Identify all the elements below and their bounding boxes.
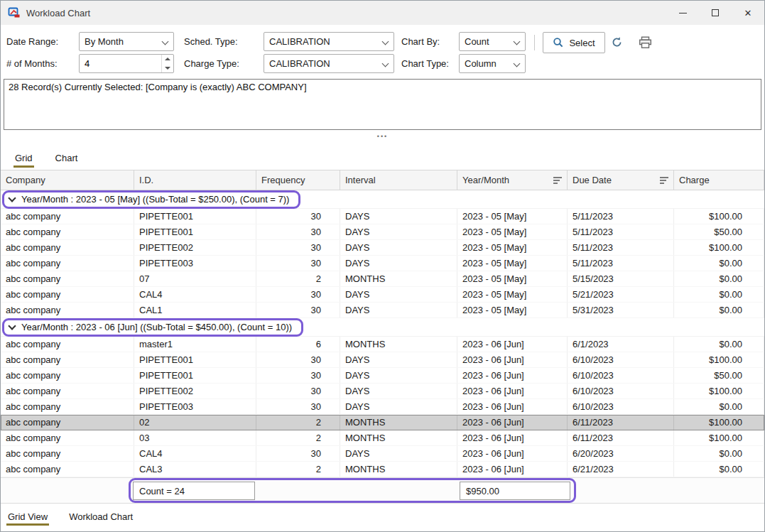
table-row[interactable]: abc companyPIPETTE00130DAYS2023 - 06 [Ju… xyxy=(1,368,764,384)
table-row[interactable]: abc companyPIPETTE00330DAYS2023 - 05 [Ma… xyxy=(1,256,764,271)
table-row[interactable]: abc companyCAL130DAYS2023 - 05 [May]5/31… xyxy=(1,303,764,318)
tab-grid[interactable]: Grid xyxy=(13,146,34,170)
table-cell: $0.00 xyxy=(674,287,764,302)
num-months-label: # of Months: xyxy=(6,54,58,73)
table-cell: 2023 - 06 [Jun] xyxy=(457,384,568,398)
table-cell: abc company xyxy=(1,430,134,445)
chart-type-label: Chart Type: xyxy=(401,54,449,73)
table-row[interactable]: abc companyPIPETTE00130DAYS2023 - 06 [Ju… xyxy=(1,352,764,368)
table-row[interactable]: abc companyCAL32MONTHS2023 - 06 [Jun]6/2… xyxy=(1,462,764,477)
table-cell: 2 xyxy=(256,415,340,430)
table-cell: 6/11/2023 xyxy=(568,430,674,445)
table-cell: 5/11/2023 xyxy=(568,256,674,271)
sched-type-dropdown[interactable]: CALIBRATION xyxy=(264,32,394,51)
num-months-input[interactable] xyxy=(80,55,161,72)
table-cell: CAL3 xyxy=(134,462,256,477)
table-cell: MONTHS xyxy=(340,415,457,430)
table-cell: 2023 - 05 [May] xyxy=(457,209,568,224)
column-header-company[interactable]: Company xyxy=(1,170,134,190)
app-icon xyxy=(8,6,21,19)
table-row[interactable]: abc companyPIPETTE00230DAYS2023 - 06 [Ju… xyxy=(1,384,764,399)
table-row[interactable]: abc companyPIPETTE00230DAYS2023 - 05 [Ma… xyxy=(1,240,764,256)
table-cell: PIPETTE001 xyxy=(134,352,256,367)
table-cell: 6/10/2023 xyxy=(568,368,674,383)
table-row[interactable]: abc companyPIPETTE00130DAYS2023 - 05 [Ma… xyxy=(1,224,764,240)
group-header-row[interactable]: Year/Month : 2023 - 06 [Jun] ((Sub-Total… xyxy=(1,318,764,337)
table-row[interactable]: abc companyCAL430DAYS2023 - 05 [May]5/21… xyxy=(1,287,764,303)
maximize-button[interactable] xyxy=(699,1,732,25)
table-cell: CAL4 xyxy=(134,446,256,461)
tab-workload-chart[interactable]: Workload Chart xyxy=(67,504,134,529)
table-cell: abc company xyxy=(1,399,134,414)
num-months-stepper[interactable] xyxy=(79,54,174,73)
minimize-button[interactable] xyxy=(666,1,699,25)
table-cell: 30 xyxy=(256,399,340,414)
table-cell: 6/10/2023 xyxy=(568,384,674,398)
search-icon xyxy=(553,37,564,48)
table-cell: 2023 - 05 [May] xyxy=(457,224,568,239)
table-cell: 30 xyxy=(256,368,340,383)
table-cell: DAYS xyxy=(340,399,457,414)
table-row[interactable]: abc companyPIPETTE00130DAYS2023 - 05 [Ma… xyxy=(1,209,764,224)
close-button[interactable]: ✕ xyxy=(732,1,764,25)
table-cell: $50.00 xyxy=(674,368,764,383)
table-cell: 07 xyxy=(134,271,256,286)
table-cell: 5/21/2023 xyxy=(568,287,674,302)
table-cell: 6/20/2023 xyxy=(568,446,674,461)
column-header-interval[interactable]: Interval xyxy=(340,170,457,190)
charge-type-dropdown[interactable]: CALIBRATION xyxy=(264,54,394,73)
refresh-button[interactable] xyxy=(611,36,623,48)
table-cell: abc company xyxy=(1,240,134,255)
date-range-dropdown[interactable]: By Month xyxy=(79,32,174,51)
table-cell: CAL1 xyxy=(134,303,256,317)
collapse-chevron-icon[interactable] xyxy=(8,322,16,330)
table-row[interactable]: abc companymaster16MONTHS2023 - 06 [Jun]… xyxy=(1,337,764,352)
table-cell: 2023 - 05 [May] xyxy=(457,271,568,286)
table-cell: 5/11/2023 xyxy=(568,224,674,239)
table-cell: PIPETTE003 xyxy=(134,256,256,271)
column-header-id[interactable]: I.D. xyxy=(134,170,256,190)
table-cell: 2023 - 06 [Jun] xyxy=(457,352,568,367)
table-row[interactable]: abc company072MONTHS2023 - 05 [May]5/15/… xyxy=(1,271,764,287)
table-cell: $100.00 xyxy=(674,352,764,367)
stepper-up-button[interactable] xyxy=(162,55,173,64)
table-row[interactable]: abc companyPIPETTE00330DAYS2023 - 06 [Ju… xyxy=(1,399,764,415)
table-cell: abc company xyxy=(1,368,134,383)
table-row[interactable]: abc companyCAL430DAYS2023 - 06 [Jun]6/20… xyxy=(1,446,764,462)
refresh-icon xyxy=(611,36,623,48)
group-header-row[interactable]: Year/Month : 2023 - 05 [May] ((Sub-Total… xyxy=(1,190,764,209)
column-header-due-date[interactable]: Due Date xyxy=(568,170,674,190)
table-cell: 6/10/2023 xyxy=(568,399,674,414)
stepper-down-button[interactable] xyxy=(162,64,173,73)
print-button[interactable] xyxy=(639,36,652,49)
tab-chart[interactable]: Chart xyxy=(54,146,80,170)
table-cell: 6 xyxy=(256,337,340,352)
table-cell: $0.00 xyxy=(674,462,764,477)
column-header-frequency[interactable]: Frequency xyxy=(256,170,340,190)
chevron-down-icon xyxy=(165,67,170,70)
table-row[interactable]: abc company032MONTHS2023 - 06 [Jun]6/11/… xyxy=(1,430,764,446)
column-header-charge[interactable]: Charge xyxy=(674,170,764,190)
table-cell: $0.00 xyxy=(674,271,764,286)
chart-by-dropdown[interactable]: Count xyxy=(459,32,526,51)
table-row[interactable]: abc company022MONTHS2023 - 06 [Jun]6/11/… xyxy=(1,415,764,430)
table-cell: MONTHS xyxy=(340,271,457,286)
table-cell: 6/10/2023 xyxy=(568,352,674,367)
column-header-year-month[interactable]: Year/Month xyxy=(457,170,568,190)
table-cell: DAYS xyxy=(340,384,457,398)
table-cell: 6/1/2023 xyxy=(568,337,674,352)
table-cell: $100.00 xyxy=(674,240,764,255)
chart-type-dropdown[interactable]: Column xyxy=(459,54,526,73)
collapse-chevron-icon[interactable] xyxy=(8,194,16,202)
table-cell: abc company xyxy=(1,446,134,461)
grid-footer: Count = 24 $950.00 xyxy=(1,477,764,503)
table-cell: 6/11/2023 xyxy=(568,415,674,430)
splitter-handle[interactable]: ••• xyxy=(1,130,764,143)
table-cell: 5/31/2023 xyxy=(568,303,674,317)
table-cell: 2023 - 05 [May] xyxy=(457,256,568,271)
table-cell: DAYS xyxy=(340,368,457,383)
table-cell: DAYS xyxy=(340,209,457,224)
tab-grid-view[interactable]: Grid View xyxy=(6,504,49,529)
table-cell: 30 xyxy=(256,287,340,302)
select-button[interactable]: Select xyxy=(543,32,605,53)
